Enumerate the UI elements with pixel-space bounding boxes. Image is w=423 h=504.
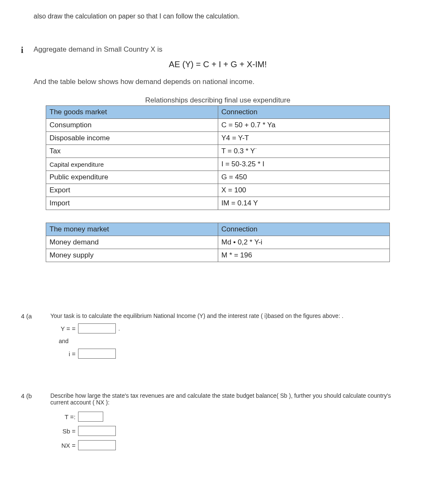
nx-input[interactable] xyxy=(78,440,116,450)
money-market-table: The money market Connection Money demand… xyxy=(46,223,390,262)
q4b-label: 4 (b xyxy=(21,392,50,454)
y-input[interactable] xyxy=(78,323,116,333)
table-cell: Export xyxy=(46,184,218,197)
goods-table-title: Relationships describing final use expen… xyxy=(34,96,402,105)
table-cell: Y4 = Y-T xyxy=(218,132,390,145)
i-input[interactable] xyxy=(78,349,116,359)
and-word: and xyxy=(59,338,402,344)
info-box: i Aggregate demand in Small Country X is… xyxy=(21,45,402,270)
goods-header-left: The goods market xyxy=(46,106,218,119)
goods-header-right: Connection xyxy=(218,106,390,119)
money-header-left: The money market xyxy=(46,223,218,236)
table-cell: C = 50 + 0.7 * Ya xyxy=(218,119,390,132)
table-cell: G = 450 xyxy=(218,171,390,184)
ae-equation: AE (Y) = C + I + G + X-IM! xyxy=(34,60,402,69)
sb-label: Sb = xyxy=(50,428,76,435)
table-cell: Md • 0,2 * Y-i xyxy=(218,236,390,249)
table-cell: Money demand xyxy=(46,236,218,249)
y-label: Y = = xyxy=(50,325,76,332)
table-cell: IM = 0.14 Y xyxy=(218,197,390,210)
period: . xyxy=(118,325,120,332)
table-cell: T = 0.3 * Y˙ xyxy=(218,145,390,158)
money-header-right: Connection xyxy=(218,223,390,236)
top-note: also draw the calculation on paper so th… xyxy=(34,13,402,20)
table-cell: I = 50-3.25 * I xyxy=(218,158,390,171)
q4a-text: Your task is to calculate the equilibriu… xyxy=(50,312,402,319)
table-cell: Disposable income xyxy=(46,132,218,145)
q4a-label: 4 (a xyxy=(21,312,50,363)
i-label: i = xyxy=(50,350,76,357)
table-cell: Import xyxy=(46,197,218,210)
table-cell: X = 100 xyxy=(218,184,390,197)
intro-line-1: Aggregate demand in Small Country X is xyxy=(34,45,402,54)
t-label: T =: xyxy=(50,413,76,420)
sb-input[interactable] xyxy=(78,426,116,436)
q4b-text: Describe how large the state's tax reven… xyxy=(50,392,402,406)
question-4b: 4 (b Describe how large the state's tax … xyxy=(21,392,402,454)
goods-market-table: The goods market Connection ConsumptionC… xyxy=(46,105,390,210)
question-4a: 4 (a Your task is to calculate the equil… xyxy=(21,312,402,363)
t-input[interactable] xyxy=(78,412,103,422)
info-icon: i xyxy=(21,45,34,270)
nx-label: NX = xyxy=(50,442,76,449)
intro-line-2: And the table below shows how demand dep… xyxy=(34,78,402,86)
table-cell: Capital expenditure xyxy=(46,158,218,171)
table-cell: Consumption xyxy=(46,119,218,132)
table-cell: Tax xyxy=(46,145,218,158)
table-cell: M * = 196 xyxy=(218,249,390,262)
table-cell: Money supply xyxy=(46,249,218,262)
table-cell: Public expenditure xyxy=(46,171,218,184)
